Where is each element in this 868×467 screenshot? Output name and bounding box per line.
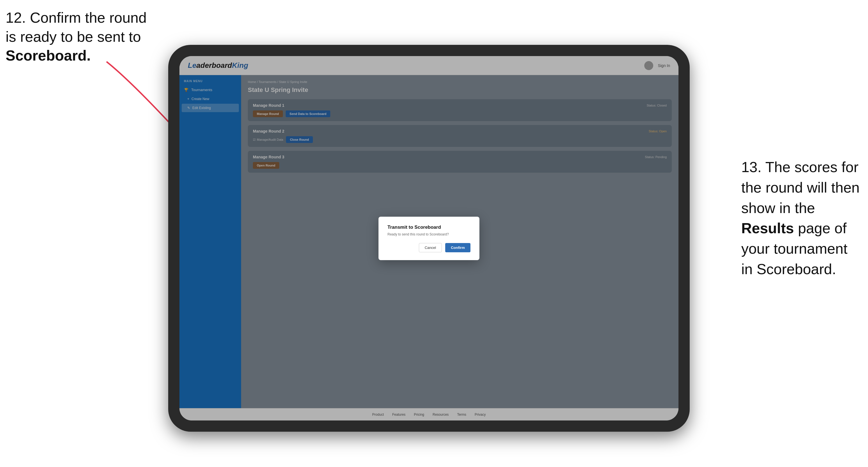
modal-cancel-button[interactable]: Cancel <box>419 243 442 252</box>
tablet-screen: LeaderboardKing Sign In MAIN MENU 🏆 <box>180 56 679 421</box>
modal-confirm-button[interactable]: Confirm <box>445 243 470 252</box>
instruction-right-text: 13. The scores forthe round will thensho… <box>741 159 860 277</box>
modal-subtitle: Ready to send this round to Scoreboard? <box>388 232 470 236</box>
instruction-top-bold: Scoreboard. <box>6 48 91 64</box>
modal-overlay: Transmit to Scoreboard Ready to send thi… <box>180 56 679 421</box>
modal-buttons: Cancel Confirm <box>388 243 470 252</box>
instruction-top: 12. Confirm the round is ready to be sen… <box>6 8 147 65</box>
modal-box: Transmit to Scoreboard Ready to send thi… <box>378 217 479 260</box>
instruction-top-line1: 12. Confirm the round <box>6 9 147 26</box>
tablet-device: LeaderboardKing Sign In MAIN MENU 🏆 <box>168 45 690 432</box>
instruction-right: 13. The scores forthe round will thensho… <box>741 157 860 279</box>
screen-inner: LeaderboardKing Sign In MAIN MENU 🏆 <box>180 56 679 421</box>
modal-title: Transmit to Scoreboard <box>388 224 470 230</box>
instruction-top-line2: is ready to be sent to <box>6 29 141 45</box>
